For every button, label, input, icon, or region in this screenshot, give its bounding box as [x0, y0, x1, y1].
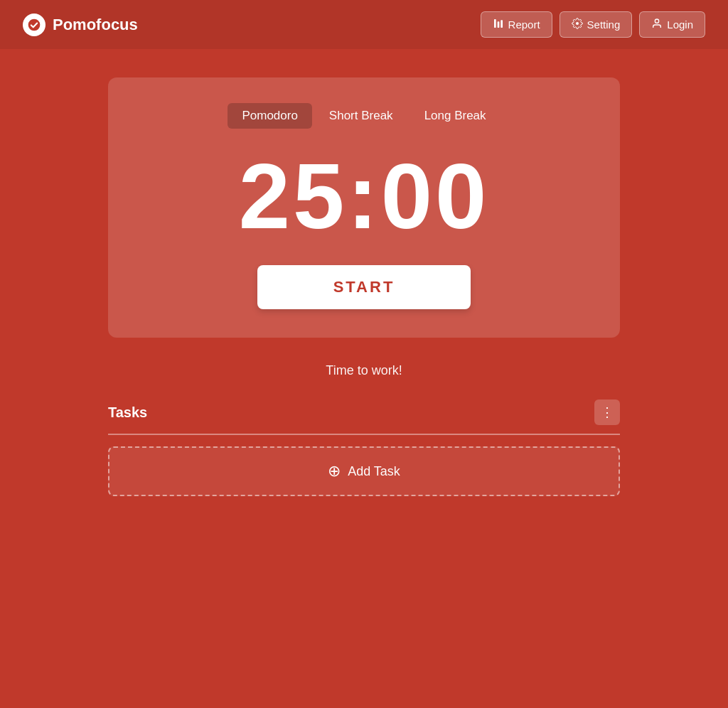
add-task-button[interactable]: ⊕ Add Task [108, 446, 620, 496]
svg-point-0 [28, 18, 41, 31]
tasks-title: Tasks [108, 404, 147, 421]
report-label: Report [508, 18, 540, 31]
ellipsis-vertical-icon: ⋮ [601, 404, 614, 420]
setting-button[interactable]: Setting [560, 11, 633, 38]
tasks-header: Tasks ⋮ [108, 399, 620, 435]
tab-short-break[interactable]: Short Break [315, 103, 407, 129]
setting-label: Setting [587, 18, 621, 31]
tab-long-break[interactable]: Long Break [410, 103, 500, 129]
motivational-text: Time to work! [326, 363, 402, 378]
mode-tabs: Pomodoro Short Break Long Break [228, 103, 500, 129]
report-icon [493, 18, 504, 31]
logo: Pomofocus [23, 14, 138, 36]
tasks-menu-button[interactable]: ⋮ [594, 399, 620, 425]
svg-rect-2 [497, 21, 499, 28]
add-task-label: Add Task [348, 464, 400, 479]
logo-icon [23, 14, 46, 36]
svg-rect-3 [500, 20, 503, 28]
login-label: Login [667, 18, 693, 31]
start-button[interactable]: START [257, 265, 471, 309]
main-content: Pomodoro Short Break Long Break 25:00 ST… [0, 49, 728, 496]
logo-text: Pomofocus [53, 16, 138, 34]
timer-card: Pomodoro Short Break Long Break 25:00 ST… [108, 77, 620, 338]
login-button[interactable]: Login [639, 11, 705, 38]
timer-display: 25:00 [239, 150, 490, 242]
report-button[interactable]: Report [481, 11, 552, 38]
svg-point-4 [655, 19, 659, 23]
header-buttons: Report Setting Login [481, 11, 705, 38]
tab-pomodoro[interactable]: Pomodoro [228, 103, 311, 129]
user-icon [651, 18, 663, 31]
svg-rect-1 [494, 19, 496, 28]
add-task-icon: ⊕ [328, 462, 341, 481]
header: Pomofocus Report Setting [0, 0, 728, 49]
tasks-section: Tasks ⋮ ⊕ Add Task [108, 399, 620, 496]
gear-icon [572, 18, 583, 31]
